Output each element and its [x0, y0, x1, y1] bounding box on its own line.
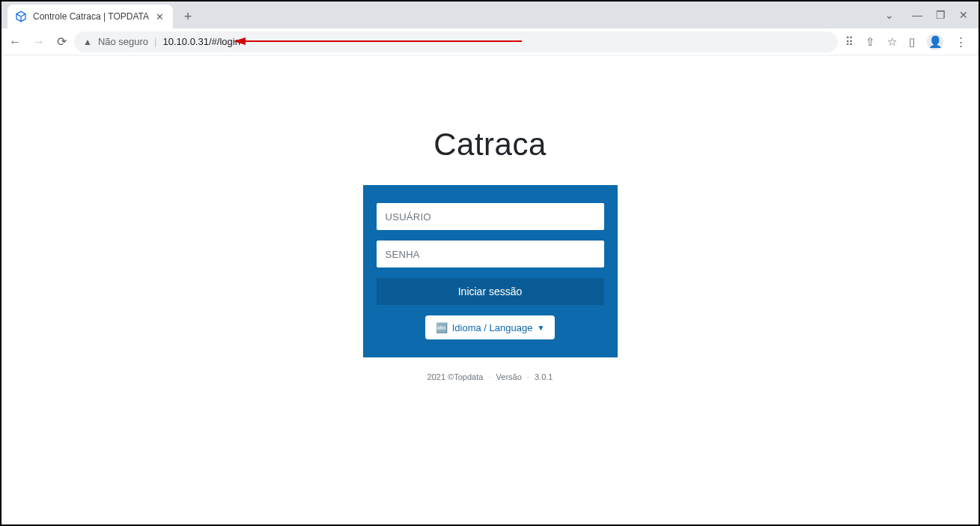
tab-title: Controle Catraca | TOPDATA	[33, 11, 149, 22]
language-button[interactable]: 🔤 Idioma / Language ▼	[425, 315, 556, 339]
language-label: Idioma / Language	[452, 322, 533, 333]
close-icon[interactable]: ✕	[155, 11, 165, 22]
footer-copyright: 2021 ©Topdata	[427, 372, 484, 381]
separator: |	[154, 36, 156, 47]
security-label: Não seguro	[98, 36, 148, 47]
footer-version-label: Versão	[496, 372, 522, 381]
username-input[interactable]	[377, 203, 604, 230]
maximize-icon[interactable]: ❐	[936, 9, 946, 21]
page-content: Catraca Iniciar sessão 🔤 Idioma / Langua…	[1, 55, 979, 381]
star-icon[interactable]: ☆	[887, 35, 897, 49]
profile-icon[interactable]: 👤	[927, 34, 943, 50]
footer: 2021 ©Topdata · Versão · 3.0.1	[427, 372, 553, 381]
forward-icon[interactable]: →	[33, 35, 45, 49]
login-button[interactable]: Iniciar sessão	[377, 278, 604, 305]
nav-buttons: ← → ⟳	[9, 34, 67, 49]
back-icon[interactable]: ←	[9, 35, 21, 49]
page-title: Catraca	[433, 127, 547, 163]
browser-toolbar: ← → ⟳ ▲ Não seguro | 10.10.0.31/#/login …	[1, 28, 979, 55]
browser-tab-strip: Controle Catraca | TOPDATA ✕ +	[1, 1, 979, 28]
address-bar[interactable]: ▲ Não seguro | 10.10.0.31/#/login	[74, 31, 838, 52]
share-icon[interactable]: ⇧	[865, 35, 875, 49]
translate-icon: 🔤	[436, 322, 448, 333]
language-wrap: 🔤 Idioma / Language ▼	[377, 315, 604, 339]
toolbar-actions: ⠿ ⇧ ☆ ▯ 👤 ⋮	[845, 34, 971, 50]
browser-tab[interactable]: Controle Catraca | TOPDATA ✕	[7, 4, 173, 28]
panel-icon[interactable]: ▯	[909, 35, 915, 49]
login-card: Iniciar sessão 🔤 Idioma / Language ▼	[363, 185, 618, 357]
close-window-icon[interactable]: ✕	[959, 9, 968, 21]
new-tab-button[interactable]: +	[177, 6, 198, 27]
chevron-down-icon[interactable]: ⌄	[885, 9, 894, 21]
reload-icon[interactable]: ⟳	[57, 34, 67, 49]
cube-icon	[15, 10, 27, 22]
window-controls: ⌄ — ❐ ✕	[874, 1, 979, 28]
footer-version: 3.0.1	[535, 372, 553, 381]
kebab-menu-icon[interactable]: ⋮	[955, 35, 967, 49]
caret-down-icon: ▼	[537, 324, 544, 332]
minimize-icon[interactable]: —	[912, 9, 922, 21]
warning-icon: ▲	[83, 37, 92, 47]
url-text: 10.10.0.31/#/login	[163, 36, 240, 47]
translate-icon[interactable]: ⠿	[845, 35, 853, 49]
password-input[interactable]	[377, 241, 604, 267]
